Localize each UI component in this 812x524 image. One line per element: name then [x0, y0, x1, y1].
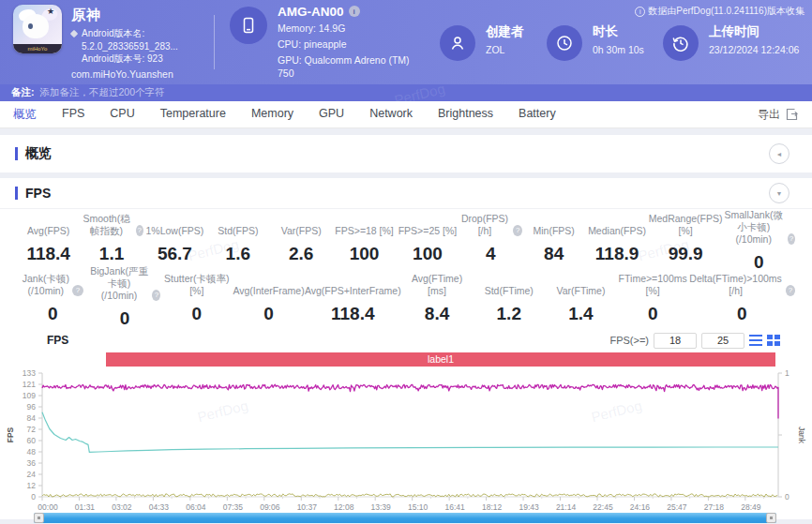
stat-value: 118.4 — [331, 304, 375, 324]
device-gpu: GPU: Qualcomm Adreno (TM) 750 — [278, 53, 425, 80]
fps-chart-svg[interactable]: 1331211099684726048362412010FPSJank00:00… — [0, 368, 812, 511]
stat-avg-ftime-ms: Avg(FTime) [ms]8.4 — [401, 273, 474, 329]
header-divider — [214, 15, 215, 69]
stat-medrange-fps: MedRange(FPS)[%]99.9 — [649, 213, 723, 273]
series-fps — [42, 384, 778, 418]
stat-min-fps: Min(FPS)84 — [522, 213, 585, 273]
upload-time-block: 上传时间 23/12/2024 12:24:06 — [663, 23, 799, 61]
stat-1-low-fps: 1%Low(FPS)56.7 — [143, 213, 206, 273]
tab-memory[interactable]: Memory — [251, 107, 293, 123]
stat-std-fps: Std(FPS)1.6 — [206, 213, 269, 273]
duration-value: 0h 30m 10s — [593, 43, 644, 56]
stat-value: 0 — [648, 304, 658, 324]
svg-text:133: 133 — [23, 368, 36, 378]
tab-cpu[interactable]: CPU — [110, 107, 134, 123]
stat-fps-18: FPS>=18 [%]100 — [333, 213, 396, 273]
stat-avg-fps-interframe: Avg(FPS+InterFrame)118.4 — [305, 273, 401, 329]
stat-value: 56.7 — [158, 244, 192, 264]
scrollbar-right-handle[interactable] — [766, 513, 776, 523]
svg-text:1: 1 — [785, 368, 789, 378]
help-icon[interactable]: ? — [786, 285, 795, 296]
svg-text:09:06: 09:06 — [260, 502, 280, 511]
stat-value: 0 — [120, 308, 130, 329]
stat-label: Std(FTime) — [485, 273, 534, 297]
divider — [0, 208, 812, 209]
android-icon — [70, 30, 78, 37]
stat-value: 100 — [413, 244, 443, 264]
upload-time-label: 上传时间 — [709, 23, 799, 40]
header: i 数据由PerfDog(11.0.241116)版本收集 ★ miHoYo 原… — [0, 0, 812, 84]
help-icon[interactable]: ? — [72, 285, 83, 296]
stat-smalljank-10min: SmallJank(微小卡顿) (/10min)?0 — [723, 213, 795, 273]
help-icon[interactable]: ? — [136, 225, 143, 236]
list-view-icon[interactable] — [749, 335, 762, 346]
tab-overview[interactable]: 概览 — [13, 107, 37, 123]
svg-text:FPS: FPS — [6, 427, 15, 442]
history-clock-icon — [663, 25, 699, 61]
stat-label: 1%Low(FPS) — [146, 213, 204, 237]
note-bar[interactable]: 备注: 添加备注，不超过200个字符 — [0, 84, 812, 101]
stat-fps-25: FPS>=25 [%]100 — [396, 213, 459, 273]
stat-ftime-100ms: FTime>=100ms [%]0 — [617, 273, 689, 329]
stat-value: 1.2 — [497, 304, 521, 324]
tab-brightness[interactable]: Brightness — [438, 107, 493, 123]
device-memory: Memory: 14.9G — [278, 22, 425, 35]
export-button[interactable]: 导出 — [758, 107, 799, 123]
help-icon[interactable]: ? — [513, 225, 522, 236]
help-icon[interactable]: ? — [788, 233, 795, 245]
stat-label: Drop(FPS) [/h]? — [459, 213, 522, 237]
tab-gpu[interactable]: GPU — [319, 107, 344, 123]
phone-icon — [230, 7, 267, 44]
svg-text:36: 36 — [27, 458, 37, 468]
fps-threshold-input-1[interactable] — [654, 333, 697, 349]
app-icon: ★ miHoYo — [13, 5, 62, 53]
tab-temperature[interactable]: Temperature — [160, 107, 226, 123]
tab-battery[interactable]: Battery — [519, 107, 556, 123]
section-accent-bar — [15, 147, 18, 160]
stat-delta-ftime-100ms-h: Delta(FTime)>100ms [/h]?0 — [689, 273, 796, 329]
device-info-icon[interactable]: i — [349, 6, 360, 17]
fps-threshold-input-2[interactable] — [701, 333, 744, 349]
stat-value: 8.4 — [425, 304, 449, 324]
svg-text:60: 60 — [27, 436, 37, 445]
overview-section: 概览 ◄ — [0, 135, 812, 172]
stat-label: Stutter(卡顿率) [%] — [160, 273, 233, 297]
stat-bigjank-10min: BigJank(严重卡顿) (/10min)?0 — [89, 273, 161, 329]
note-placeholder: 添加备注，不超过200个字符 — [40, 86, 165, 99]
svg-text:18:12: 18:12 — [482, 502, 503, 511]
stat-avg-interframe: Avg(InterFrame)0 — [233, 273, 305, 329]
svg-text:19:43: 19:43 — [519, 502, 539, 511]
series-trend — [42, 412, 778, 453]
stat-avg-fps: Avg(FPS)118.4 — [17, 213, 80, 273]
chart-header: FPS FPS(>=) — [0, 331, 812, 350]
svg-text:25:47: 25:47 — [667, 502, 687, 511]
stat-label: Min(FPS) — [534, 213, 575, 237]
fps-collapse-button[interactable]: ▼ — [769, 183, 789, 203]
stat-value: 1.4 — [568, 304, 593, 324]
stat-drop-fps-h: Drop(FPS) [/h]?4 — [459, 213, 522, 273]
stat-label: MedRange(FPS)[%] — [649, 213, 723, 237]
chart-scrollbar[interactable] — [34, 513, 776, 523]
scrollbar-left-handle[interactable] — [34, 513, 44, 523]
tab-bar: 概览FPSCPUTemperatureMemoryGPUNetworkBrigh… — [0, 101, 812, 128]
svg-text:27:18: 27:18 — [704, 502, 725, 511]
device-block: AMG-AN00 i Memory: 14.9G CPU: pineapple … — [230, 5, 425, 81]
duration-label: 时长 — [593, 23, 644, 40]
svg-text:01:31: 01:31 — [75, 502, 96, 511]
stat-value: 84 — [544, 244, 564, 264]
creator-value: ZOL — [486, 43, 524, 56]
overview-collapse-button[interactable]: ◄ — [769, 143, 789, 164]
stat-value: 4 — [486, 244, 496, 264]
svg-text:10:37: 10:37 — [297, 502, 318, 511]
grid-view-icon[interactable] — [767, 335, 780, 346]
tab-fps[interactable]: FPS — [62, 107, 84, 123]
help-icon[interactable]: ? — [152, 290, 160, 301]
tab-network[interactable]: Network — [369, 107, 413, 123]
stat-value: 2.6 — [289, 244, 313, 264]
info-icon: i — [635, 7, 645, 17]
device-cpu: CPU: pineapple — [278, 37, 425, 51]
stat-label: Avg(FTime) [ms] — [401, 273, 474, 297]
svg-text:24: 24 — [27, 470, 37, 479]
chart-title: FPS — [47, 334, 609, 347]
svg-text:12:08: 12:08 — [334, 502, 354, 511]
